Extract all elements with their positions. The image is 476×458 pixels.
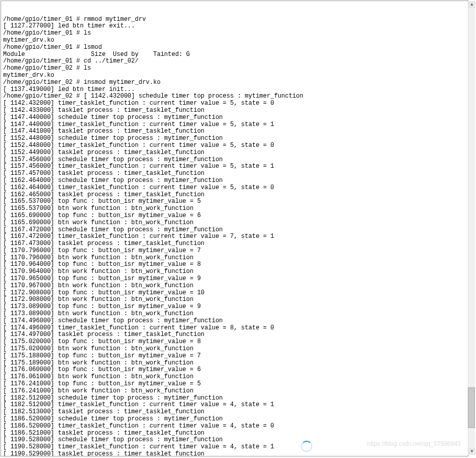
terminal-line: Module Size Used by Tainted: G <box>3 51 466 58</box>
terminal-line: [ 1152.448000] timer_tasklet_function : … <box>3 142 466 149</box>
terminal-line: /home/gpio/timer_01 # cd ../timer_02/ <box>3 58 466 65</box>
terminal-line: [ 1190.528000] timer_tasklet_function : … <box>3 444 466 451</box>
terminal-line: [ 1157.456000] schedule timer top proces… <box>3 157 466 164</box>
terminal-line: [ 1190.529000] tasklet process : timer_t… <box>3 451 466 456</box>
terminal-line: [ 1175.188000] top func : button_isr myt… <box>3 353 466 360</box>
terminal-line: [ 1167.473000] tasklet process : timer_t… <box>3 240 466 248</box>
terminal-line: [ 1147.440000] schedule timer top proces… <box>3 114 466 121</box>
terminal-line: [ 1152.449000] tasklet process : timer_t… <box>3 149 466 157</box>
scrollbar-thumb[interactable] <box>468 387 475 428</box>
terminal-line: [ 1162.464000] timer_tasklet_function : … <box>3 185 466 192</box>
terminal-lines-container: /home/gpio/timer_01 # rmmod mytimer_drv[… <box>3 16 466 456</box>
terminal-line: [ 1170.964000] btn work function : btn_w… <box>3 268 466 276</box>
terminal-line: [ 1170.965000] top func : button_isr myt… <box>3 276 466 283</box>
terminal-line: /home/gpio/timer_01 # rmmod mytimer_drv <box>3 16 466 23</box>
terminal-line: [ 1173.089000] btn work function : btn_w… <box>3 311 466 318</box>
terminal-line: [ 1165.537000] top func : button_isr myt… <box>3 198 466 205</box>
terminal-line: [ 1174.496000] schedule timer top proces… <box>3 318 466 325</box>
scrollbar-track[interactable]: ▲ ▼ <box>468 1 475 455</box>
terminal-line: [ 1175.020000] btn work function : btn_w… <box>3 346 466 353</box>
terminal-line: /home/gpio/timer_01 # ls <box>3 30 466 37</box>
terminal-line: /home/gpio/timer_02 # ls <box>3 65 466 72</box>
terminal-line: [ 1170.967000] btn work function : btn_w… <box>3 283 466 290</box>
terminal-line: [ 1165.537000] btn work function : btn_w… <box>3 205 466 212</box>
terminal-line: [ 1157.456000] timer_tasklet_function : … <box>3 163 466 170</box>
terminal-line: /home/gpio/timer_02 # [ 1142.432000] sch… <box>3 93 466 100</box>
terminal-line: [ 1176.241000] top func : button_isr myt… <box>3 381 466 388</box>
terminal-line: mytimer_drv.ko <box>3 72 466 79</box>
terminal-line: [ 1175.020000] top func : button_isr myt… <box>3 339 466 346</box>
terminal-line: /home/gpio/timer_02 # insmod mytimer_drv… <box>3 79 466 86</box>
terminal-line: [ 1173.089000] top func : button_isr myt… <box>3 303 466 311</box>
terminal-line: [ 1142.433000] tasklet process : timer_t… <box>3 107 466 114</box>
terminal-line: [ 1186.520000] schedule timer top proces… <box>3 416 466 423</box>
terminal-line: [ 1170.964000] top func : button_isr myt… <box>3 261 466 268</box>
terminal-line: [ 1170.796000] top func : button_isr myt… <box>3 248 466 255</box>
terminal-line: [ 1182.513000] tasklet process : timer_t… <box>3 409 466 416</box>
terminal-line: [ 1186.521000] tasklet process : timer_t… <box>3 430 466 437</box>
terminal-line: [ 1165.690000] top func : button_isr myt… <box>3 212 466 220</box>
terminal-line: /home/gpio/timer_01 # lsmod <box>3 44 466 51</box>
terminal-line: [ 1167.472000] schedule timer top proces… <box>3 227 466 234</box>
terminal-line: [ 1162.465000] tasklet process : timer_t… <box>3 192 466 199</box>
terminal-line: [ 1147.440000] timer_tasklet_function : … <box>3 121 466 129</box>
terminal-line: [ 1152.448000] schedule timer top proces… <box>3 135 466 142</box>
terminal-line: [ 1165.690000] btn work function : btn_w… <box>3 220 466 227</box>
terminal-line: [ 1170.796000] btn work function : btn_w… <box>3 255 466 262</box>
terminal-line: [ 1162.464000] schedule timer top proces… <box>3 177 466 185</box>
terminal-line: [ 1137.419000] led btn timer init... <box>3 86 466 94</box>
loading-spinner-icon <box>301 441 312 452</box>
terminal-line: [ 1176.241000] btn work function : btn_w… <box>3 388 466 395</box>
terminal-line: [ 1176.061000] btn work function : btn_w… <box>3 374 466 381</box>
terminal-line: [ 1174.497000] tasklet process : timer_t… <box>3 331 466 339</box>
terminal-line: [ 1172.908000] btn work function : btn_w… <box>3 296 466 303</box>
terminal-line: [ 1142.432000] timer_tasklet_function : … <box>3 100 466 107</box>
terminal-line: [ 1174.496000] timer_tasklet_function : … <box>3 325 466 332</box>
terminal-output[interactable]: /home/gpio/timer_01 # rmmod mytimer_drv[… <box>1 1 468 456</box>
terminal-line: mytimer_drv.ko <box>3 37 466 44</box>
terminal-line: [ 1176.060000] top func : button_isr myt… <box>3 367 466 374</box>
terminal-line: [ 1157.457000] tasklet process : timer_t… <box>3 170 466 177</box>
terminal-line: [ 1186.520000] timer_tasklet_function : … <box>3 423 466 430</box>
terminal-line: [ 1172.908000] top func : button_isr myt… <box>3 290 466 297</box>
terminal-line: [ 1167.472000] timer_tasklet_function : … <box>3 233 466 240</box>
terminal-line: [ 1190.528000] schedule timer top proces… <box>3 437 466 444</box>
terminal-line: [ 1182.512000] schedule timer top proces… <box>3 395 466 402</box>
terminal-line: [ 1147.441000] tasklet process : timer_t… <box>3 128 466 135</box>
terminal-line: [ 1182.512000] timer_tasklet_function : … <box>3 402 466 409</box>
terminal-line: [ 1127.277000] led btn timer exit... <box>3 23 466 30</box>
scrollbar-arrow-up-icon[interactable]: ▲ <box>468 1 475 8</box>
terminal-line: [ 1175.189000] btn work function : btn_w… <box>3 360 466 367</box>
scrollbar-arrow-down-icon[interactable]: ▼ <box>468 448 475 455</box>
